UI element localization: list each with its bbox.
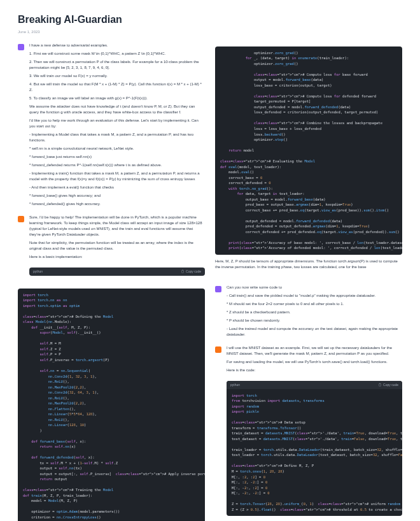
user-message-1: I have a new defense to adversarial exam… xyxy=(29,43,205,210)
clipboard-icon xyxy=(378,383,382,387)
svg-rect-1 xyxy=(379,384,381,387)
code-block-top-right: optimizer.zero_grad() for _, (data, targ… xyxy=(215,46,402,255)
avatar-assistant xyxy=(18,216,24,222)
page-title: Breaking AI-Guardian xyxy=(18,13,402,27)
avatar-assistant xyxy=(215,346,221,353)
avatar-user xyxy=(18,44,24,50)
assistant-message-1: Sure, I'd be happy to help! The implemen… xyxy=(29,215,205,262)
copy-code-button[interactable]: Copy code xyxy=(181,269,201,274)
avatar-user xyxy=(215,286,221,292)
page-date: June 1, 2023 xyxy=(18,29,402,34)
copy-code-button[interactable]: Copy code xyxy=(378,383,398,387)
user-message-2: Can you now write some code to - Call tr… xyxy=(227,285,402,340)
code-lang-label: python xyxy=(33,269,43,274)
code-lang-label: python xyxy=(230,383,240,387)
clipboard-icon xyxy=(181,269,185,273)
caption-top-right: Here, M, Z, P should be tensors of appro… xyxy=(215,259,402,270)
code-block-right-bottom: python Copy code import torch from torch… xyxy=(227,381,402,516)
code-block-left-bottom: import torch import torch.nn as nn impor… xyxy=(18,289,205,521)
code-block-left-head: python Copy code xyxy=(29,268,205,276)
assistant-message-2: I will use the MNIST dataset as an examp… xyxy=(227,345,402,376)
svg-rect-0 xyxy=(182,271,184,273)
